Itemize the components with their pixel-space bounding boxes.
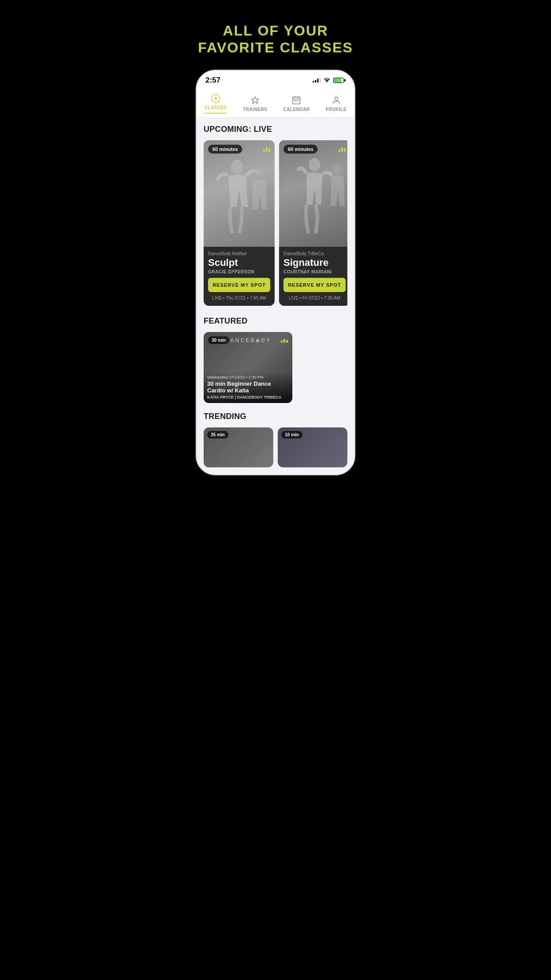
nav-item-classes[interactable]: CLASSES: [201, 92, 231, 115]
live-card-0-silhouette: [204, 140, 275, 247]
status-time: 2:57: [205, 76, 220, 85]
featured-chart-icon: [281, 336, 288, 344]
featured-date: Wednesday 07/13/22 • 2:30 PM: [207, 375, 289, 379]
reserve-spot-button-0[interactable]: RESERVE MY SPOT: [208, 278, 270, 292]
nav-item-profile[interactable]: PROFILE: [322, 94, 350, 114]
status-icons: ⚡: [313, 77, 346, 84]
signal-icon: [313, 78, 321, 83]
featured-title: 30 min Beginner Dance Cardio w/ Katia: [207, 380, 289, 394]
featured-section-title: FEATURED: [204, 316, 347, 326]
featured-card-image: DANCEB◆DY 30 min Wednesday 07/13/22 • 2:…: [204, 332, 292, 403]
trending-card-0[interactable]: 35 min: [204, 427, 273, 467]
live-card-1-info: DanceBody TriBeCa Signature COURTNAY MAR…: [279, 247, 347, 306]
trending-card-1-duration: 10 min: [281, 431, 303, 439]
featured-image-overlay: Wednesday 07/13/22 • 2:30 PM 30 min Begi…: [204, 371, 292, 403]
featured-card[interactable]: DANCEB◆DY 30 min Wednesday 07/13/22 • 2:…: [204, 332, 292, 403]
live-card-1-image: 60 minutes: [279, 140, 347, 247]
phone-frame: 2:57: [196, 70, 355, 475]
classes-icon: [211, 94, 220, 103]
live-card-1-classname: Signature: [283, 257, 346, 269]
svg-point-10: [231, 160, 243, 174]
nav-label-profile: PROFILE: [326, 107, 346, 112]
trending-card-0-duration: 35 min: [207, 431, 228, 439]
live-card-0-image: 60 minutes: [204, 140, 275, 247]
wifi-icon: [323, 77, 331, 84]
live-card-0-duration: 60 minutes: [208, 145, 242, 154]
trainers-icon: [250, 95, 260, 105]
featured-duration-badge: 30 min: [208, 336, 229, 344]
upcoming-section-title: UPCOMING: LIVE: [204, 125, 347, 134]
live-card-0-chart-icon: [263, 145, 270, 154]
live-card-0: 60 minutes DanceBody NoMad Sculpt G: [204, 140, 275, 306]
trending-card-1[interactable]: 10 min: [278, 427, 347, 467]
live-card-0-time: LIVE • Thu 07/21 • 7:45 AM: [208, 296, 270, 301]
live-card-0-trainer: GRACIE EPPERSON: [208, 269, 270, 274]
hero-line1: ALL OF YOUR: [193, 22, 358, 39]
live-card-1-duration: 60 minutes: [283, 145, 318, 154]
live-card-1-silhouette: [279, 140, 347, 247]
bottom-nav: CLASSES TRAINERS CALENDAR: [197, 88, 354, 118]
svg-point-13: [332, 163, 342, 175]
svg-rect-8: [297, 100, 298, 102]
nav-label-trainers: TRAINERS: [243, 107, 267, 112]
live-card-0-info: DanceBody NoMad Sculpt GRACIE EPPERSON R…: [204, 247, 275, 306]
svg-point-12: [309, 158, 320, 171]
svg-rect-3: [293, 97, 300, 104]
svg-point-0: [327, 81, 327, 82]
live-card-1-location: DanceBody TriBeCa: [283, 251, 346, 256]
profile-icon: [331, 95, 341, 105]
live-card-0-location: DanceBody NoMad: [208, 251, 270, 256]
live-cards-container: 60 minutes DanceBody NoMad Sculpt G: [204, 140, 347, 306]
svg-point-9: [335, 97, 338, 100]
live-card-1-time: LIVE • Fri 07/22 • 7:30 AM: [283, 296, 346, 301]
nav-item-trainers[interactable]: TRAINERS: [239, 94, 271, 114]
svg-rect-7: [295, 100, 296, 102]
live-card-1-trainer: COURTNAY MARIANI: [283, 269, 346, 274]
live-card-1-chart-icon: [338, 145, 346, 154]
live-card-0-classname: Sculpt: [208, 257, 270, 269]
main-content: UPCOMING: LIVE: [197, 118, 354, 474]
nav-active-indicator: [205, 113, 227, 114]
nav-item-calendar[interactable]: CALENDAR: [279, 94, 313, 114]
live-card-1: 60 minutes DanceBody TriBeCa Signature: [279, 140, 347, 306]
battery-icon: ⚡: [333, 78, 346, 83]
hero-line2: FAVORITE CLASSES: [193, 39, 358, 56]
featured-trainer: KATIA PRYCE | DANCEBODY TRIBECA: [207, 395, 289, 399]
reserve-spot-button-1[interactable]: RESERVE MY SPOT: [283, 278, 346, 292]
app-wrapper: ALL OF YOUR FAVORITE CLASSES 2:57: [184, 0, 367, 493]
nav-label-classes: CLASSES: [205, 105, 227, 110]
nav-label-calendar: CALENDAR: [283, 107, 310, 112]
calendar-icon: [291, 95, 301, 105]
hero-title: ALL OF YOUR FAVORITE CLASSES: [184, 0, 367, 70]
trending-section-title: TRENDING: [204, 412, 347, 421]
trending-cards-container: 35 min 10 min: [204, 427, 347, 467]
status-bar: 2:57: [197, 71, 354, 88]
svg-marker-2: [215, 97, 217, 100]
svg-point-11: [254, 165, 264, 178]
